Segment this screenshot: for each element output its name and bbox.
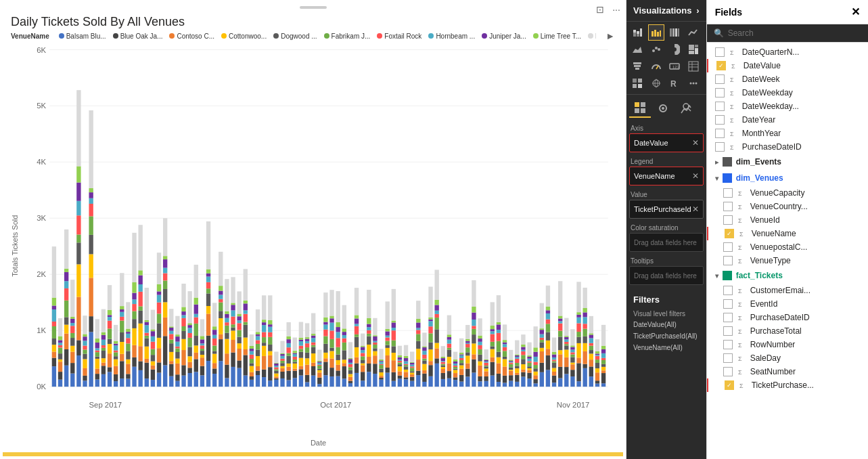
svg-rect-1051 bbox=[641, 102, 645, 107]
field-item[interactable]: ΣCustomerEmai... bbox=[707, 284, 868, 297]
viz-funnel-icon[interactable] bbox=[629, 58, 645, 74]
field-item[interactable]: ΣVenueType bbox=[707, 254, 868, 267]
field-checkbox[interactable] bbox=[723, 256, 733, 265]
field-item[interactable]: ΣPurchaseDateID bbox=[707, 311, 868, 324]
svg-rect-1010 bbox=[637, 34, 639, 37]
field-item[interactable]: ΣVenuepostalC... bbox=[707, 240, 868, 254]
viz-clustered-bar-icon[interactable] bbox=[648, 24, 664, 41]
expand-button[interactable]: ⊡ bbox=[593, 3, 607, 16]
field-checkbox[interactable] bbox=[716, 61, 726, 70]
field-checkbox[interactable] bbox=[723, 353, 733, 363]
chart-svg-area[interactable]: 6K 5K 4K 3K 2K 1K 0K Sep 2017 Oct 2017 N… bbox=[22, 43, 615, 436]
viz-tab-fields[interactable] bbox=[629, 99, 651, 118]
field-checkbox[interactable] bbox=[723, 202, 733, 211]
field-item[interactable]: ΣPurchaseTotal bbox=[707, 324, 868, 338]
viz-scatter-icon[interactable] bbox=[648, 41, 664, 58]
viz-axis-clear[interactable]: ✕ bbox=[692, 138, 699, 148]
field-item[interactable]: ΣDateValue bbox=[707, 59, 868, 72]
viz-line-icon[interactable] bbox=[685, 24, 702, 41]
viz-legend-clear[interactable]: ✕ bbox=[692, 171, 699, 181]
section-header-dim_Events[interactable]: ▸dim_Events bbox=[707, 154, 868, 170]
viz-expand-icon[interactable]: › bbox=[696, 5, 699, 16]
filter-item[interactable]: DateValue(All) bbox=[632, 319, 701, 330]
viz-axis-value[interactable]: DateValue ✕ bbox=[629, 133, 704, 152]
field-item[interactable]: ΣVenueId bbox=[707, 213, 868, 227]
field-checkbox[interactable] bbox=[725, 229, 734, 238]
viz-legend-value[interactable]: VenueName ✕ bbox=[629, 167, 704, 185]
svg-rect-272 bbox=[194, 353, 198, 359]
viz-tooltips-drop[interactable]: Drag data fields here bbox=[629, 266, 704, 285]
field-item[interactable]: ΣEventId bbox=[707, 297, 868, 311]
viz-r-icon[interactable]: R bbox=[666, 75, 683, 91]
field-item[interactable]: ΣDateQuarterN... bbox=[707, 45, 868, 59]
viz-treemap-icon[interactable] bbox=[685, 41, 702, 58]
viz-tab-analytics[interactable] bbox=[675, 99, 697, 118]
legend-next-arrow[interactable]: ► bbox=[606, 32, 615, 40]
viz-map-icon[interactable] bbox=[648, 75, 664, 91]
field-item[interactable]: ΣSeatNumber bbox=[707, 365, 868, 378]
field-checkbox[interactable] bbox=[723, 299, 733, 309]
field-checkbox[interactable] bbox=[723, 215, 733, 225]
viz-area-icon[interactable] bbox=[629, 41, 645, 58]
fields-close-button[interactable]: ✕ bbox=[851, 5, 860, 18]
viz-colorsaturation-drop[interactable]: Drag data fields here bbox=[629, 233, 704, 252]
viz-stacked-bar-icon[interactable] bbox=[629, 24, 645, 41]
field-checkbox[interactable] bbox=[723, 242, 733, 252]
field-checkbox[interactable] bbox=[715, 47, 725, 57]
viz-more-icon[interactable] bbox=[685, 75, 702, 91]
field-item[interactable]: ΣVenueCapacity bbox=[707, 186, 868, 200]
viz-pie-icon[interactable] bbox=[666, 41, 683, 58]
svg-rect-427 bbox=[280, 366, 284, 368]
section-expand-icon[interactable]: ▸ bbox=[715, 158, 718, 166]
svg-rect-827 bbox=[503, 344, 507, 347]
viz-table-icon[interactable] bbox=[685, 58, 702, 74]
field-item[interactable]: ΣMonthYear bbox=[707, 127, 868, 140]
field-item[interactable]: ΣSaleDay bbox=[707, 351, 868, 365]
field-checkbox[interactable] bbox=[723, 326, 733, 336]
viz-card-icon[interactable]: 123 bbox=[666, 58, 683, 74]
field-checkbox[interactable] bbox=[715, 129, 725, 138]
field-item[interactable]: ΣVenueCountry... bbox=[707, 200, 868, 213]
section-expand-icon[interactable]: ▾ bbox=[715, 272, 718, 280]
filter-item[interactable]: TicketPurchaseId(All) bbox=[632, 330, 701, 342]
viz-matrix-icon[interactable] bbox=[629, 75, 645, 91]
field-checkbox[interactable] bbox=[723, 313, 733, 322]
svg-rect-124 bbox=[108, 315, 112, 317]
viz-gauge-icon[interactable] bbox=[648, 58, 664, 74]
field-checkbox[interactable] bbox=[723, 340, 733, 349]
field-item[interactable]: ΣPurchaseDateID bbox=[707, 140, 868, 154]
drag-handle[interactable] bbox=[300, 6, 327, 9]
field-checkbox[interactable] bbox=[723, 367, 733, 376]
svg-text:Σ: Σ bbox=[739, 231, 744, 237]
svg-rect-740 bbox=[453, 362, 457, 364]
field-item[interactable]: ΣVenueName bbox=[707, 227, 868, 240]
search-input[interactable] bbox=[728, 28, 861, 38]
section-header-dim_Venues[interactable]: ▾dim_Venues bbox=[707, 170, 868, 186]
viz-100-bar-icon[interactable] bbox=[666, 24, 683, 41]
field-checkbox[interactable] bbox=[725, 380, 734, 390]
svg-rect-804 bbox=[490, 334, 495, 342]
viz-value-value[interactable]: TicketPurchaseId ✕ bbox=[629, 200, 704, 219]
svg-rect-799 bbox=[490, 362, 495, 376]
field-item[interactable]: ΣDateWeek bbox=[707, 72, 868, 86]
section-expand-icon[interactable]: ▾ bbox=[715, 175, 718, 182]
field-item[interactable]: ΣDateWeekday... bbox=[707, 100, 868, 113]
field-item[interactable]: ΣDateWeekday bbox=[707, 86, 868, 100]
field-checkbox[interactable] bbox=[723, 286, 733, 295]
svg-rect-959 bbox=[576, 318, 580, 324]
field-checkbox[interactable] bbox=[715, 115, 725, 125]
more-options-button[interactable]: ··· bbox=[610, 3, 623, 16]
filter-item[interactable]: VenueName(All) bbox=[632, 342, 701, 353]
field-checkbox[interactable] bbox=[715, 88, 725, 97]
section-header-fact_Tickets[interactable]: ▾fact_Tickets bbox=[707, 267, 868, 284]
field-checkbox[interactable] bbox=[715, 102, 725, 111]
field-item[interactable]: ΣRowNumber bbox=[707, 338, 868, 351]
field-checkbox[interactable] bbox=[715, 142, 725, 152]
field-checkbox[interactable] bbox=[715, 74, 725, 84]
viz-value-clear[interactable]: ✕ bbox=[692, 204, 699, 214]
svg-rect-305 bbox=[212, 363, 216, 368]
field-checkbox[interactable] bbox=[723, 188, 733, 198]
viz-tab-format[interactable] bbox=[652, 99, 674, 118]
field-item[interactable]: ΣDateYear bbox=[707, 113, 868, 127]
field-item[interactable]: ΣTicketPurchase... bbox=[707, 378, 868, 392]
